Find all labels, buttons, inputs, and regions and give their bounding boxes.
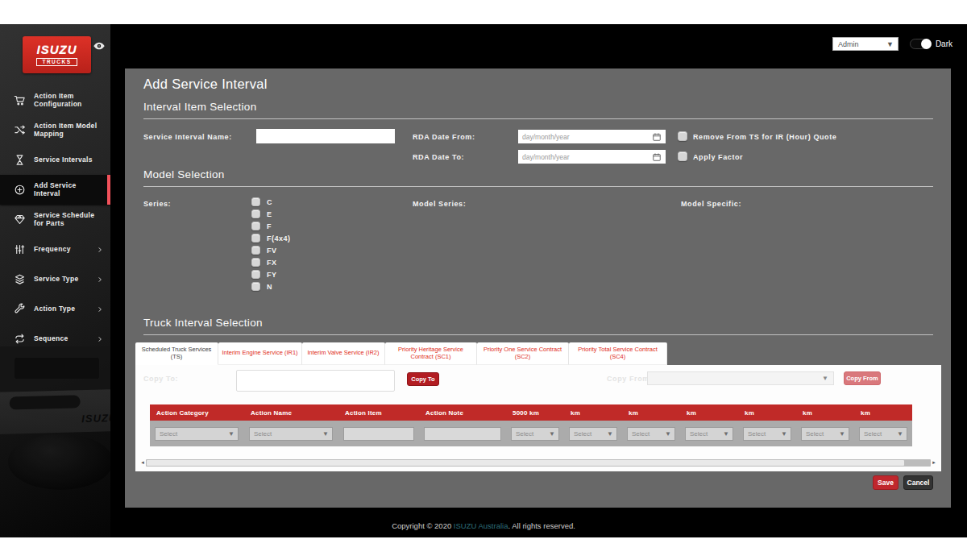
column-header-action-category: Action Category [150,404,244,421]
footer-copyright-prefix: Copyright © 2020 [392,521,454,530]
km-select[interactable]: Select▼ [801,427,849,441]
chevron-down-icon: ▼ [322,430,329,438]
copy-from-label: Copy From: [607,375,653,383]
column-header-5000-km: 5000 km [506,404,564,421]
apply-factor-label: Apply Factor [693,153,743,161]
tab-interim-engine-service[interactable]: Interim Engine Service (IR1) [218,342,302,365]
cancel-button[interactable]: Cancel [903,475,933,490]
km-select[interactable]: Select▼ [743,427,791,441]
select-value: Select [690,430,708,438]
rda-date-to-field[interactable] [518,150,666,164]
rda-date-to-input[interactable] [522,153,652,161]
rda-date-from-label: RDA Date From: [413,133,475,141]
sidebar-item-action-item-configuration[interactable]: Action Item Configuration [0,85,110,115]
role-select[interactable]: Admin ▼ [832,37,899,51]
series-option-f4x4[interactable]: F(4x4) [251,232,291,244]
dark-mode-toggle[interactable] [910,39,932,49]
series-option-fv[interactable]: FV [251,244,291,256]
footer-isuzu-australia-link[interactable]: ISUZU Australia [454,521,508,530]
action-item-input[interactable] [343,427,414,441]
tab-priority-total-service-contract[interactable]: Priority Total Service Contract (SC4) [569,342,667,365]
series-option-n[interactable]: N [251,280,291,292]
series-option-label: F(4x4) [267,234,291,243]
series-checkbox[interactable] [251,258,260,267]
series-option-label: E [267,210,272,218]
select-value: Select [864,430,882,438]
tab-interim-valve-service[interactable]: Interim Valve Service (IR2) [302,342,385,365]
series-label: Series: [143,200,171,208]
scroll-left-arrow-icon[interactable]: ◂ [139,458,146,467]
series-option-label: FY [267,271,277,279]
column-header-action-name: Action Name [244,404,338,421]
sidebar-item-action-item-model-mapping[interactable]: Action Item Model Mapping [0,115,110,145]
sidebar-item-service-intervals[interactable]: Service Intervals [0,145,110,175]
km-select[interactable]: Select▼ [627,427,675,441]
section-title-model-selection: Model Selection [143,168,225,180]
scrollbar-thumb[interactable] [147,460,904,466]
rda-date-to-label: RDA Date To: [413,153,464,161]
series-option-f[interactable]: F [251,220,291,232]
chevron-down-icon: ▼ [607,430,613,438]
select-value: Select [632,430,650,438]
scrollbar-track[interactable] [146,459,931,467]
scroll-right-arrow-icon[interactable]: ▸ [931,458,937,467]
series-checkbox[interactable] [251,197,260,206]
column-header-km: km [622,404,680,421]
series-option-c[interactable]: C [251,196,291,208]
screenshot-root: ISUZU ISUZU TRUCKS Action Item Configura… [0,0,967,560]
sidebar-item-label: Action Item Configuration [34,93,110,109]
series-option-fy[interactable]: FY [251,268,291,280]
km-select[interactable]: Select▼ [685,427,733,441]
series-checkbox[interactable] [251,234,260,243]
save-button[interactable]: Save [873,475,899,490]
series-checkbox[interactable] [251,282,260,291]
km-select[interactable]: Select▼ [859,427,907,441]
action-category-select[interactable]: Select▼ [155,427,239,441]
tab-scheduled-truck-services[interactable]: Scheduled Truck Services (TS) [135,342,218,365]
copy-to-button[interactable]: Copy To [407,372,439,386]
copy-to-input[interactable] [236,370,395,392]
rda-date-from-input[interactable] [522,133,652,141]
copy-from-select[interactable]: ▼ [647,371,834,385]
km-select[interactable]: Select▼ [569,427,617,441]
remove-ts-checkbox[interactable] [678,131,687,141]
sidebar-item-frequency[interactable]: Frequency [0,234,110,264]
series-option-e[interactable]: E [251,208,291,220]
column-header-action-item: Action Item [338,404,419,421]
series-option-label: FX [267,259,277,267]
sidebar-item-sequence[interactable]: Sequence [0,324,110,354]
apply-factor-checkbox[interactable] [678,151,687,161]
sidebar-item-action-type[interactable]: Action Type [0,294,110,324]
tab-priority-one-service-contract[interactable]: Priority One Service Contract (SC2) [477,342,569,365]
truck-grille-shape [15,358,99,379]
sidebar-item-label: Action Item Model Mapping [34,122,110,139]
chevron-down-icon: ▼ [839,430,845,438]
series-checkbox[interactable] [251,209,260,218]
select-value: Select [748,430,766,438]
horizontal-scrollbar[interactable]: ◂ ▸ [139,458,937,467]
wrench-icon [14,303,26,315]
series-checkbox[interactable] [251,270,260,279]
sidebar-item-service-schedule-for-parts[interactable]: Service Schedule for Parts [0,205,110,234]
sidebar-item-service-type[interactable]: Service Type [0,264,110,294]
calendar-icon[interactable] [652,132,662,142]
copy-from-button[interactable]: Copy From [844,371,881,385]
model-specific-label: Model Specific: [681,200,741,208]
role-select-value: Admin [838,40,859,48]
km-5000-select[interactable]: Select▼ [511,427,559,441]
calendar-icon[interactable] [652,152,662,162]
action-name-select[interactable]: Select▼ [249,427,333,441]
series-option-label: FV [267,247,277,255]
sliders-icon [14,243,26,255]
select-value: Select [574,430,591,438]
tab-priority-heritage-service-contract[interactable]: Priority Heritage Service Contract (SC1) [385,342,477,365]
action-note-input[interactable] [424,427,501,441]
series-checkbox[interactable] [251,222,260,230]
rda-date-from-field[interactable] [518,130,666,143]
sidebar-item-add-service-interval[interactable]: Add Service Interval [0,175,110,205]
series-checkbox[interactable] [251,246,260,255]
app-shell: ISUZU ISUZU TRUCKS Action Item Configura… [0,24,967,537]
series-option-fx[interactable]: FX [251,256,291,268]
eye-icon[interactable] [93,39,106,52]
service-interval-name-input[interactable] [256,129,395,143]
